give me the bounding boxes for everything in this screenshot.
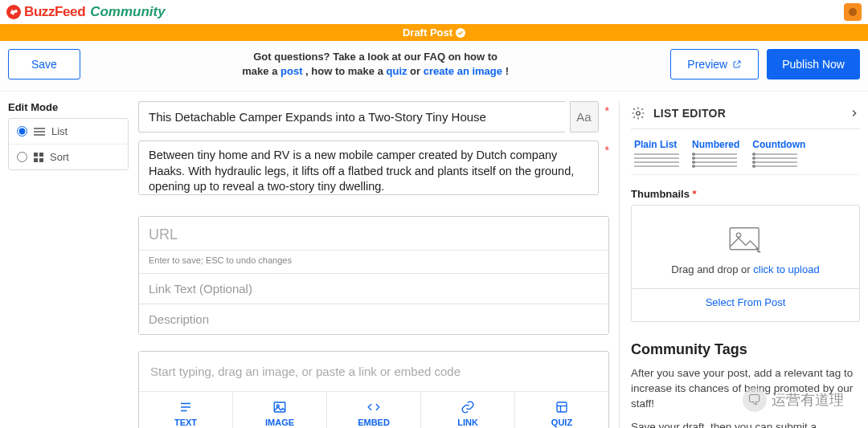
svg-rect-6 bbox=[39, 158, 43, 162]
tab-quiz[interactable]: QUIZ bbox=[515, 392, 608, 428]
list-icon bbox=[34, 127, 45, 137]
external-icon bbox=[732, 59, 742, 69]
thumbnail-dropzone[interactable]: Drag and drop or click to upload bbox=[631, 205, 860, 289]
gear-icon[interactable] bbox=[631, 106, 645, 120]
svg-rect-3 bbox=[34, 153, 38, 157]
svg-point-14 bbox=[736, 233, 740, 237]
svg-rect-13 bbox=[730, 228, 759, 250]
edit-mode-list[interactable]: List bbox=[9, 119, 128, 145]
mode-sort-radio[interactable] bbox=[17, 152, 27, 162]
svg-rect-9 bbox=[557, 402, 567, 412]
svg-rect-7 bbox=[274, 402, 285, 412]
thumbnails-label: Thumbnails * bbox=[631, 188, 860, 200]
link-description-input[interactable] bbox=[139, 304, 608, 334]
required-star: * bbox=[604, 101, 609, 132]
mode-list-radio[interactable] bbox=[17, 126, 27, 137]
edit-mode-sort[interactable]: Sort bbox=[9, 145, 128, 169]
content-input[interactable] bbox=[139, 352, 608, 391]
tab-embed[interactable]: EMBED bbox=[327, 392, 421, 428]
community-tags-title: Community Tags bbox=[631, 341, 860, 358]
faq-post-link[interactable]: post bbox=[280, 65, 302, 77]
click-to-upload[interactable]: click to upload bbox=[753, 263, 819, 275]
link-text-input[interactable] bbox=[139, 273, 608, 304]
faq-help: Got questions? Take a look at our FAQ on… bbox=[242, 50, 509, 78]
grid-icon bbox=[34, 153, 43, 162]
chevron-right-icon[interactable] bbox=[849, 108, 860, 119]
faq-image-link[interactable]: create an image bbox=[424, 65, 506, 77]
select-from-post[interactable]: Select From Post bbox=[631, 287, 860, 322]
svg-point-12 bbox=[637, 112, 641, 116]
formatting-button[interactable]: Aa bbox=[570, 101, 599, 132]
tags-help-1: After you save your post, add a relevant… bbox=[631, 366, 860, 412]
faq-quiz-link[interactable]: quiz bbox=[387, 65, 407, 77]
list-type-plain[interactable]: Plain List bbox=[634, 139, 679, 169]
tab-image[interactable]: IMAGE bbox=[233, 392, 327, 428]
check-icon bbox=[456, 28, 465, 38]
tab-link[interactable]: LINK bbox=[421, 392, 515, 428]
arrow-icon bbox=[6, 5, 21, 19]
post-description-input[interactable]: Between tiny home and RV is a new mobile… bbox=[138, 141, 599, 195]
url-hint: Enter to save; ESC to undo changes bbox=[139, 251, 608, 273]
svg-rect-5 bbox=[34, 158, 38, 162]
brand-logo[interactable]: BuzzFeed Community bbox=[6, 4, 166, 20]
svg-rect-4 bbox=[39, 153, 43, 157]
edit-mode-title: Edit Mode bbox=[8, 101, 129, 113]
preview-button[interactable]: Preview bbox=[670, 49, 759, 79]
image-icon bbox=[728, 226, 764, 255]
draft-banner: Draft Post bbox=[0, 24, 868, 41]
list-editor-title: LIST EDITOR bbox=[653, 107, 726, 120]
post-title-input[interactable] bbox=[138, 101, 565, 132]
publish-button[interactable]: Publish Now bbox=[767, 49, 860, 79]
required-star: * bbox=[604, 141, 609, 195]
list-type-numbered[interactable]: Numbered bbox=[692, 139, 739, 169]
brand-buzz: BuzzFeed bbox=[24, 4, 85, 20]
avatar[interactable] bbox=[844, 3, 862, 21]
tab-text[interactable]: TEXT bbox=[139, 392, 233, 428]
brand-community: Community bbox=[90, 4, 166, 20]
save-button[interactable]: Save bbox=[8, 49, 80, 79]
url-input[interactable] bbox=[139, 217, 608, 251]
draft-banner-text: Draft Post bbox=[403, 26, 452, 39]
list-type-countdown[interactable]: Countdown bbox=[752, 139, 805, 169]
tags-help-2: Save your draft, then you can submit a c… bbox=[631, 420, 860, 428]
